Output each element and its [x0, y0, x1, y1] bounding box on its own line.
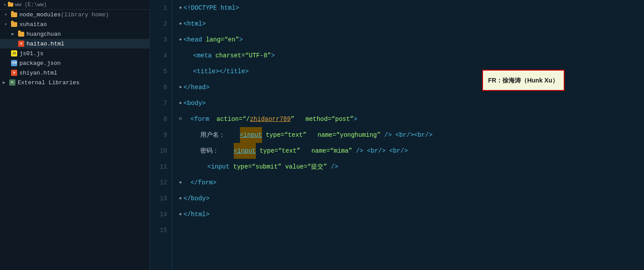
code-line-6: ◆ </head>: [179, 79, 644, 95]
code-fold-1: ◆: [179, 0, 182, 16]
line-num-10: 10: [150, 143, 167, 159]
sidebar-item-shiyan[interactable]: H shiyan.html: [0, 68, 150, 78]
haitao-file-icon: H: [18, 40, 25, 47]
sidebar-item-node-modules[interactable]: ▾ node_modules (library home): [0, 10, 150, 19]
code-head-close: </head>: [183, 79, 210, 95]
huangchuan-folder-icon: [18, 30, 25, 38]
sidebar: ▾ ww (E:\ww) ▾ node_modules (library hom…: [0, 0, 150, 270]
code-input-2: <input: [234, 143, 256, 159]
code-submit-value: value=“提交”: [281, 159, 327, 175]
code-line-9: 用户名： <input type=“text” name=“yonghuming…: [179, 127, 644, 143]
line-numbers: 1 2 3 4 5 6 7 8 9 10 11 12 13 14 15: [150, 0, 172, 270]
code-head-open: <head: [183, 32, 206, 48]
line-num-12: 12: [150, 175, 167, 191]
code-input-1: <input: [240, 127, 262, 143]
xuhaitao-folder-icon: [11, 21, 18, 28]
ext-label: External Libraries: [18, 79, 79, 86]
code-head-close-bracket: >: [239, 32, 243, 48]
node-modules-folder-icon: [11, 11, 18, 18]
code-submit-type: type=“submit”: [233, 159, 281, 175]
sidebar-item-external-libraries[interactable]: ▶ EL External Libraries: [0, 78, 150, 87]
node-modules-suffix: (library home): [61, 11, 109, 18]
code-type-attr-1: type=“text”: [262, 127, 307, 143]
code-body-open: <body>: [183, 95, 206, 111]
ext-file-icon: EL: [9, 79, 16, 86]
code-lines: ◆ <!DOCTYPE html> ◆ <html> ◆ <head lang=…: [172, 0, 644, 270]
huangchuan-label: huangchuan: [26, 31, 61, 38]
code-fold-3: ◆: [179, 32, 182, 48]
line-num-4: 4: [150, 48, 167, 64]
sidebar-item-package-json[interactable]: JSON package.json: [0, 58, 150, 68]
line-num-6: 6: [150, 79, 167, 95]
code-line-14: ◆ </html>: [179, 206, 644, 222]
code-method-gap: [294, 111, 305, 127]
line-num-7: 7: [150, 95, 167, 111]
line-num-1: 1: [150, 0, 167, 16]
code-line-2: ◆ <html>: [179, 16, 644, 32]
package-file-icon: JSON: [11, 60, 18, 67]
code-form-open: <form: [191, 111, 217, 127]
sidebar-item-huangchuan[interactable]: ▶ huangchuan: [0, 29, 150, 39]
annotation-box: FR：徐海涛（Hunk Xu）: [482, 70, 565, 91]
code-line-3: ◆ <head lang=“en”>: [179, 32, 644, 48]
code-title: <title></title>: [193, 64, 249, 79]
code-type-attr-2: type=“text”: [256, 143, 300, 159]
code-form-open-close: >: [354, 111, 357, 127]
code-action-attr: action=“/zhidaorr789”: [217, 111, 294, 127]
code-body-close: </body>: [183, 191, 210, 206]
code-line-8: ⊟ <form action=“/zhidaorr789” method=“po…: [179, 111, 644, 127]
huangchuan-arrow: ▶: [11, 31, 17, 37]
code-line-4: <meta charset=“UTF-8”>: [179, 48, 644, 64]
code-name-attr-2: name=“mima”: [300, 143, 352, 159]
code-fold-7: ◆: [179, 95, 182, 111]
titlebar-folder-icon: [8, 3, 13, 7]
code-line-11: <input type=“submit” value=“提交” />: [179, 159, 644, 175]
code-name-attr-1: name=“yonghuming”: [307, 127, 381, 143]
line-num-8: 8: [150, 111, 167, 127]
xuhaitao-label: xuhaitao: [19, 21, 47, 28]
code-meta: <meta: [193, 48, 215, 64]
code-method-attr: method=“post”: [306, 111, 354, 127]
sidebar-item-xuhaitao[interactable]: ▾ xuhaitao: [0, 19, 150, 29]
haitao-label: haitao.html: [26, 41, 64, 47]
line-num-5: 5: [150, 64, 167, 79]
sidebar-content: ▾ node_modules (library home) ▾ xuhaitao…: [0, 10, 150, 87]
line-num-15: 15: [150, 222, 167, 238]
code-fold-12: ◆: [179, 175, 182, 191]
code-password-text: 密码：: [200, 143, 234, 159]
sidebar-item-haitao-html[interactable]: H haitao.html: [0, 39, 150, 49]
code-fold-8: ⊟: [179, 111, 182, 127]
code-lang-attr: lang=“en”: [206, 32, 239, 48]
line-num-3: 3: [150, 32, 167, 48]
node-modules-label: node_modules: [19, 11, 61, 18]
code-line-1: ◆ <!DOCTYPE html>: [179, 0, 644, 16]
code-line-10: 密码： <input type=“text” name=“mima” /> <b…: [179, 143, 644, 159]
code-html-open: <html>: [183, 16, 206, 32]
code-form-close: </form>: [191, 175, 217, 191]
titlebar: ▾ ww (E:\ww): [0, 0, 150, 10]
code-line-5: <title></title>: [179, 64, 644, 79]
code-fold-13: ◆: [179, 191, 182, 206]
code-input2-close: /> <br/> <br/>: [352, 143, 408, 159]
js01-label: js01.js: [19, 50, 44, 57]
code-input-submit: <input: [207, 159, 233, 175]
line-num-9: 9: [150, 127, 167, 143]
code-fold-2: ◆: [179, 16, 182, 32]
code-username-text: 用户名：: [200, 127, 240, 143]
code-fold-14: ◆: [179, 206, 182, 222]
code-line-12: ◆ </form>: [179, 175, 644, 191]
code-line-13: ◆ </body>: [179, 191, 644, 206]
line-num-2: 2: [150, 16, 167, 32]
shiyan-file-icon: H: [11, 69, 18, 76]
node-modules-arrow: ▾: [4, 12, 10, 17]
line-num-13: 13: [150, 191, 167, 206]
code-editor: 1 2 3 4 5 6 7 8 9 10 11 12 13 14 15 ◆ <!…: [150, 0, 644, 270]
xuhaitao-arrow: ▾: [4, 22, 10, 27]
code-doctype: <!DOCTYPE html>: [183, 0, 239, 16]
code-html-close: </html>: [183, 206, 210, 222]
code-line-7: ◆ <body>: [179, 95, 644, 111]
annotation-text: FR：徐海涛（Hunk Xu）: [488, 77, 558, 84]
code-charset-attr: charset=“UTF-8”: [215, 48, 271, 64]
sidebar-item-js01[interactable]: JS js01.js: [0, 49, 150, 58]
code-input1-close: /> <br/><br/>: [381, 127, 433, 143]
